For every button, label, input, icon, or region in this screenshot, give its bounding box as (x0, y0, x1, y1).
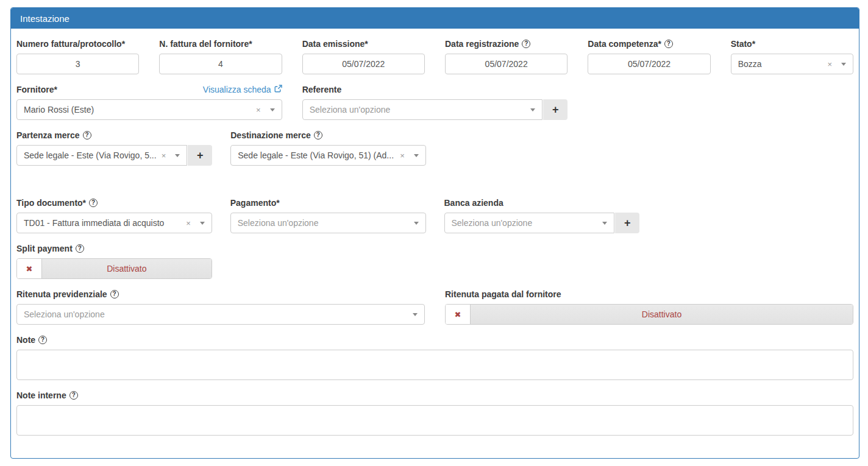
field-numero-fattura: Numero fattura/protocollo* (16, 38, 139, 74)
data-competenza-label: Data competenza* ? (588, 38, 710, 49)
help-icon[interactable]: ? (83, 131, 91, 139)
add-referente-button[interactable]: + (543, 99, 567, 120)
pagamento-select[interactable]: Seleziona un'opzione (230, 213, 426, 233)
help-icon[interactable]: ? (38, 336, 47, 344)
add-partenza-merce-button[interactable]: + (188, 145, 212, 166)
field-tipo-documento: Tipo documento* ? TD01 - Fattura immedia… (16, 197, 212, 233)
row-header-fields: Numero fattura/protocollo* N. fattura de… (16, 38, 853, 74)
fornitore-value: Mario Rossi (Este) (24, 105, 251, 115)
ritenuta-pagata-state: Disattivato (471, 305, 853, 324)
field-ritenuta-pagata: Ritenuta pagata dal fornitore ✖ Disattiv… (445, 289, 853, 325)
field-split-payment: Split payment ? ✖ Disattivato (16, 243, 212, 279)
n-fattura-fornitore-input[interactable] (159, 54, 282, 74)
field-ritenuta-previdenziale: Ritenuta previdenziale ? Seleziona un'op… (16, 289, 425, 325)
ritenuta-previdenziale-label: Ritenuta previdenziale ? (16, 289, 425, 299)
tipo-documento-select[interactable]: TD01 - Fattura immediata di acquisto × (16, 213, 212, 233)
panel-body: Numero fattura/protocollo* N. fattura de… (11, 29, 859, 436)
caret-down-icon (270, 108, 275, 111)
row-merce: Partenza merce ? Sede legale - Este (Via… (16, 130, 853, 166)
n-fattura-fornitore-label: N. fattura del fornitore* (159, 38, 282, 49)
caret-down-icon (413, 313, 418, 316)
row-documento: Tipo documento* ? TD01 - Fattura immedia… (16, 197, 853, 233)
clear-icon[interactable]: × (162, 152, 166, 160)
referente-label: Referente (302, 84, 568, 94)
referente-placeholder: Seleziona un'opzione (310, 105, 531, 115)
referente-select[interactable]: Seleziona un'opzione (302, 99, 543, 120)
clear-icon[interactable]: × (400, 152, 405, 160)
data-registrazione-input[interactable] (445, 54, 567, 74)
data-competenza-input[interactable] (588, 54, 710, 74)
tipo-documento-value: TD01 - Fattura immediata di acquisto (24, 218, 181, 228)
field-banca-azienda: Banca azienda Seleziona un'opzione + (444, 197, 640, 233)
banca-azienda-placeholder: Seleziona un'opzione (452, 218, 603, 228)
fornitore-label-row: Fornitore* Visualizza scheda (16, 84, 282, 94)
row-split-payment: Split payment ? ✖ Disattivato (16, 243, 853, 279)
caret-down-icon (414, 222, 419, 225)
caret-down-icon (200, 222, 205, 225)
row-note-interne: Note interne ? (16, 390, 853, 436)
stato-value: Bozza (738, 59, 823, 69)
visualizza-scheda-link[interactable]: Visualizza scheda (203, 85, 282, 94)
toggle-off-icon: ✖ (17, 259, 42, 278)
help-icon[interactable]: ? (89, 199, 98, 207)
panel-title: Intestazione (20, 13, 69, 24)
partenza-merce-group: Sede legale - Este (Via Rovigo, 5... × + (16, 145, 212, 166)
caret-down-icon (841, 63, 846, 66)
partenza-merce-value: Sede legale - Este (Via Rovigo, 5... (24, 150, 157, 160)
caret-down-icon (602, 222, 607, 225)
note-textarea[interactable] (16, 350, 853, 380)
destinazione-merce-select[interactable]: Sede legale - Este (Via Rovigo, 51) (Ad.… (230, 145, 426, 166)
caret-down-icon (175, 154, 180, 157)
pagamento-label: Pagamento* (230, 197, 426, 208)
ritenuta-pagata-toggle[interactable]: ✖ Disattivato (445, 304, 853, 325)
help-icon[interactable]: ? (110, 290, 119, 298)
field-data-competenza: Data competenza* ? (588, 38, 710, 74)
row-note: Note ? (16, 334, 853, 380)
partenza-merce-label: Partenza merce ? (16, 130, 212, 140)
stato-select[interactable]: Bozza × (731, 54, 853, 74)
field-referente: Referente Seleziona un'opzione + (302, 84, 568, 120)
split-payment-label: Split payment ? (16, 243, 212, 253)
split-payment-toggle[interactable]: ✖ Disattivato (16, 258, 212, 279)
pagamento-placeholder: Seleziona un'opzione (238, 218, 414, 228)
help-icon[interactable]: ? (76, 244, 84, 253)
row-ritenuta: Ritenuta previdenziale ? Seleziona un'op… (16, 289, 853, 325)
clear-icon[interactable]: × (186, 219, 191, 227)
partenza-merce-select[interactable]: Sede legale - Este (Via Rovigo, 5... × (16, 145, 187, 166)
field-data-registrazione: Data registrazione ? (445, 38, 567, 74)
fornitore-select[interactable]: Mario Rossi (Este) × (16, 99, 282, 120)
intestazione-panel: Intestazione Numero fattura/protocollo* … (10, 7, 859, 459)
destinazione-merce-value: Sede legale - Este (Via Rovigo, 51) (Ad.… (238, 150, 395, 160)
help-icon[interactable]: ? (664, 40, 673, 48)
field-data-emissione: Data emissione* (302, 38, 425, 74)
clear-icon[interactable]: × (256, 106, 261, 114)
field-stato: Stato* Bozza × (731, 38, 853, 74)
help-icon[interactable]: ? (69, 391, 78, 400)
note-label: Note ? (16, 334, 853, 345)
caret-down-icon (530, 108, 535, 111)
banca-azienda-select[interactable]: Seleziona un'opzione (444, 213, 615, 233)
note-interne-label: Note interne ? (16, 390, 853, 400)
field-fornitore: Fornitore* Visualizza scheda Ma (16, 84, 282, 120)
numero-fattura-label: Numero fattura/protocollo* (16, 38, 139, 49)
clear-icon[interactable]: × (827, 60, 832, 68)
panel-header: Intestazione (11, 8, 859, 29)
help-icon[interactable]: ? (314, 131, 322, 139)
ritenuta-previdenziale-placeholder: Seleziona un'opzione (24, 309, 413, 319)
field-pagamento: Pagamento* Seleziona un'opzione (230, 197, 426, 233)
banca-azienda-label: Banca azienda (444, 197, 640, 208)
data-emissione-input[interactable] (302, 54, 425, 74)
help-icon[interactable]: ? (522, 40, 530, 48)
split-payment-state: Disattivato (42, 259, 212, 278)
toggle-off-icon: ✖ (446, 305, 471, 324)
numero-fattura-input[interactable] (16, 54, 139, 74)
ritenuta-previdenziale-select[interactable]: Seleziona un'opzione (16, 304, 425, 325)
tipo-documento-label: Tipo documento* ? (16, 197, 212, 208)
stato-label: Stato* (731, 38, 853, 49)
data-registrazione-label: Data registrazione ? (445, 38, 567, 49)
referente-group: Seleziona un'opzione + (302, 99, 568, 120)
banca-azienda-group: Seleziona un'opzione + (444, 213, 640, 233)
note-interne-textarea[interactable] (16, 405, 853, 436)
data-emissione-label: Data emissione* (302, 38, 425, 49)
add-banca-azienda-button[interactable]: + (615, 213, 639, 233)
